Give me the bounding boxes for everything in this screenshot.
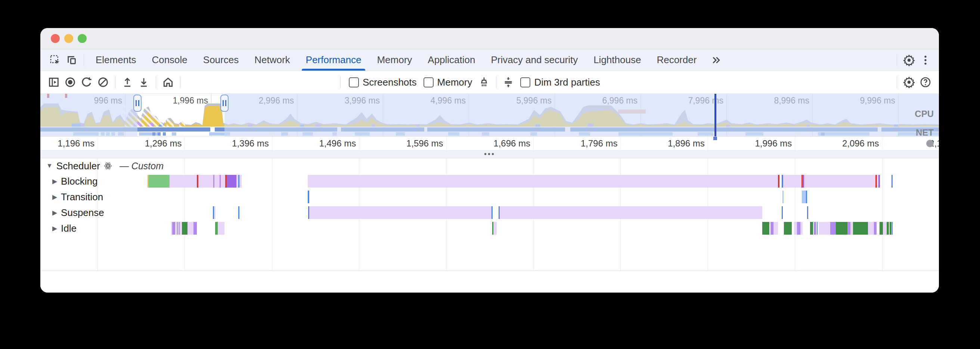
flame-segment-suspense[interactable] (309, 206, 492, 219)
tab-elements[interactable]: Elements (88, 49, 144, 71)
flame-segment-idle[interactable] (853, 222, 868, 235)
dim-3rd-parties-checkbox[interactable] (520, 77, 530, 88)
help-icon[interactable] (917, 74, 934, 91)
flame-segment-idle[interactable] (814, 222, 816, 235)
minimize-window-button[interactable] (64, 34, 73, 43)
tab-recorder[interactable]: Recorder (649, 49, 705, 71)
flame-segment-idle[interactable] (177, 222, 178, 235)
flame-segment-idle[interactable] (880, 222, 883, 235)
flame-segment-idle[interactable] (817, 222, 818, 235)
more-options-kebab-icon[interactable] (917, 52, 934, 69)
tab-lighthouse[interactable]: Lighthouse (585, 49, 649, 71)
flame-segment-idle[interactable] (892, 222, 892, 235)
flame-segment-blocking[interactable] (221, 175, 225, 188)
tab-network[interactable]: Network (247, 49, 298, 71)
tab-application[interactable]: Application (420, 49, 483, 71)
tab-console[interactable]: Console (144, 49, 195, 71)
flame-segment-blocking[interactable] (215, 175, 220, 188)
flame-segment-idle[interactable] (194, 222, 197, 235)
flame-segment-transition[interactable] (806, 191, 807, 203)
flame-segment-idle[interactable] (784, 222, 792, 235)
flame-segment-idle[interactable] (847, 222, 850, 235)
flame-segment-idle[interactable] (172, 222, 175, 235)
flame-segment-suspense[interactable] (782, 206, 783, 219)
flame-segment-idle[interactable] (883, 222, 886, 235)
screenshots-toggle[interactable]: Screenshots (349, 76, 420, 88)
dim-3rd-parties-toggle[interactable]: Dim 3rd parties (520, 76, 603, 88)
flame-segment-suspense[interactable] (214, 206, 215, 219)
tab-privacy-and-security[interactable]: Privacy and security (483, 49, 586, 71)
flame-segment-transition[interactable] (783, 191, 784, 203)
clear-icon[interactable] (95, 74, 111, 91)
more-tabs-icon[interactable] (705, 49, 727, 71)
flame-segment-transition[interactable] (802, 191, 806, 203)
screenshots-checkbox[interactable] (349, 77, 359, 88)
track-row-idle[interactable]: ▶Idle (52, 220, 76, 236)
tab-memory[interactable]: Memory (369, 49, 420, 71)
flame-segment-blocking[interactable] (782, 175, 783, 188)
flame-segment-blocking[interactable] (227, 175, 236, 188)
inspect-element-icon[interactable] (47, 52, 64, 69)
record-icon[interactable] (62, 74, 78, 91)
flame-segment-suspense[interactable] (238, 206, 239, 219)
flame-segment-idle[interactable] (188, 222, 194, 235)
collapse-triangle-icon[interactable]: ▼ (46, 162, 52, 170)
flame-segment-idle[interactable] (819, 222, 830, 235)
upload-profile-icon[interactable] (119, 74, 135, 91)
flame-segment-idle[interactable] (770, 222, 773, 235)
expand-triangle-icon[interactable]: ▶ (52, 225, 57, 233)
memory-checkbox[interactable] (423, 77, 434, 88)
track-row-blocking[interactable]: ▶Blocking (52, 174, 97, 189)
flame-segment-idle[interactable] (874, 222, 877, 235)
selection-handle-right[interactable] (220, 94, 229, 112)
memory-toggle[interactable]: Memory (423, 76, 476, 88)
flame-segment-idle[interactable] (850, 222, 853, 235)
flame-segment-blocking[interactable] (778, 175, 780, 188)
record-and-reload-icon[interactable] (78, 74, 95, 91)
flame-segment-idle[interactable] (218, 222, 224, 235)
flame-segment-blocking[interactable] (149, 175, 170, 188)
maximize-window-button[interactable] (78, 34, 87, 43)
flame-segment-blocking[interactable] (198, 175, 213, 188)
close-window-button[interactable] (51, 34, 60, 43)
panel-resize-handle[interactable]: ••• (40, 151, 939, 158)
flame-segment-suspense[interactable] (500, 206, 762, 219)
flame-segment-idle[interactable] (180, 222, 181, 235)
flame-segment-idle[interactable] (215, 222, 218, 235)
tracks-area[interactable]: ▼Scheduler— Custom▶Blocking▶Transition▶S… (40, 158, 939, 271)
flame-segment-blocking[interactable] (308, 175, 778, 188)
flame-segment-idle[interactable] (797, 222, 800, 235)
settings-gear-icon[interactable] (901, 52, 917, 69)
track-header-scheduler[interactable]: ▼Scheduler— Custom (46, 158, 164, 174)
flame-segment-blocking[interactable] (804, 175, 875, 188)
tab-sources[interactable]: Sources (195, 49, 247, 71)
flame-segment-transition[interactable] (308, 191, 309, 203)
flame-segment-idle[interactable] (836, 222, 847, 235)
flame-segment-idle[interactable] (794, 222, 797, 235)
flame-segment-idle[interactable] (178, 222, 180, 235)
flame-segment-blocking[interactable] (170, 175, 197, 188)
home-icon[interactable] (160, 74, 176, 91)
flame-segment-blocking[interactable] (891, 175, 892, 188)
expand-triangle-icon[interactable]: ▶ (52, 193, 57, 201)
collect-garbage-brush-icon[interactable] (476, 74, 492, 91)
track-row-suspense[interactable]: ▶Suspense (52, 205, 104, 220)
flame-segment-idle[interactable] (762, 222, 769, 235)
flame-segment-idle[interactable] (773, 222, 778, 235)
compress-arrows-icon[interactable] (500, 74, 517, 91)
flame-segment-blocking[interactable] (784, 175, 802, 188)
timeline-overview[interactable]: 996 ms1,996 ms2,996 ms3,996 ms4,996 ms5,… (40, 94, 939, 137)
capture-settings-gear-icon[interactable] (901, 74, 917, 91)
flame-segment-idle[interactable] (800, 222, 803, 235)
track-row-transition[interactable]: ▶Transition (52, 189, 103, 205)
selection-handle-left[interactable] (133, 94, 142, 112)
flame-segment-idle[interactable] (493, 222, 497, 235)
flame-segment-idle[interactable] (182, 222, 188, 235)
flame-segment-idle[interactable] (868, 222, 874, 235)
flame-segment-idle[interactable] (175, 222, 176, 235)
flame-segment-idle[interactable] (887, 222, 889, 235)
toggle-sidebar-icon[interactable] (46, 74, 62, 91)
flame-segment-idle[interactable] (810, 222, 813, 235)
expand-triangle-icon[interactable]: ▶ (52, 209, 57, 217)
flame-segment-idle[interactable] (830, 222, 836, 235)
